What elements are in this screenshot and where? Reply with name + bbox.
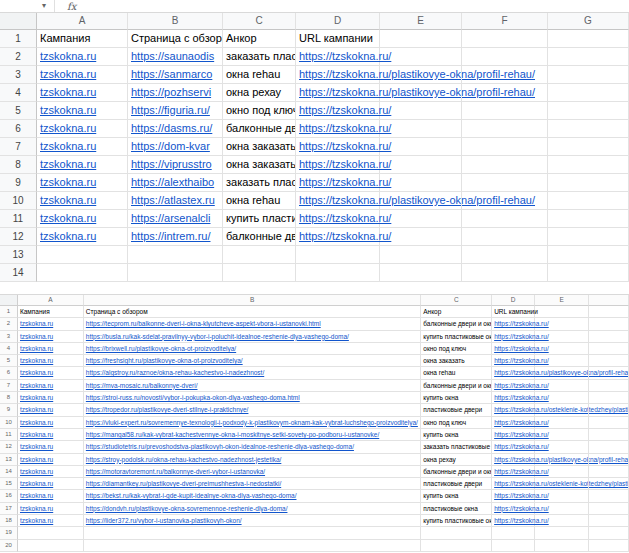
cell-link[interactable]: tzskokna.ru xyxy=(20,480,53,487)
cell-e7[interactable] xyxy=(380,138,462,156)
cell-d1[interactable]: URL кампании xyxy=(296,30,380,48)
cell-d14[interactable]: https://tzskokna.ru/ xyxy=(492,466,535,478)
cell-e8[interactable] xyxy=(535,392,589,404)
cell-c13[interactable] xyxy=(223,246,296,264)
cell-e3[interactable] xyxy=(380,66,462,84)
cell-link[interactable]: https://tecprom.ru/balkonne-dveri-i-okna… xyxy=(86,320,321,327)
cell-c1[interactable]: Анкор xyxy=(421,306,492,318)
cell-e20[interactable] xyxy=(535,540,589,552)
row-header[interactable]: 7 xyxy=(0,380,18,392)
cell-link[interactable]: tzskokna.ru xyxy=(40,176,96,188)
column-header-e[interactable]: E xyxy=(380,13,462,30)
cell-b13[interactable]: https://stroy-podolsk.ru/okna-rehau-kach… xyxy=(84,454,421,466)
cell-link[interactable]: https://tzskokna.ru/ xyxy=(299,140,391,152)
row-header[interactable]: 18 xyxy=(0,515,18,527)
cell-link[interactable]: https://tropedor.ru/plastikovye-dveri-st… xyxy=(86,406,249,413)
cell-d1[interactable]: URL кампании xyxy=(492,306,535,318)
row-header[interactable]: 19 xyxy=(0,527,18,539)
cell-link[interactable]: tzskokna.ru xyxy=(40,230,96,242)
cell-e14[interactable] xyxy=(535,466,589,478)
cell-edge11[interactable] xyxy=(589,429,629,441)
cell-e8[interactable] xyxy=(380,156,462,174)
cell-a12[interactable]: tzskokna.ru xyxy=(18,441,84,453)
cell-c2[interactable]: заказать пластиковые окна xyxy=(223,48,296,66)
column-header-a[interactable]: A xyxy=(18,295,84,306)
cell-link[interactable]: https://dasms.ru/ xyxy=(131,122,212,134)
cell-link[interactable]: tzskokna.ru xyxy=(40,140,96,152)
cell-f12[interactable] xyxy=(462,228,548,246)
cell-e1[interactable] xyxy=(380,30,462,48)
cell-f10[interactable] xyxy=(462,192,548,210)
cell-g5[interactable] xyxy=(548,102,629,120)
cell-e10[interactable] xyxy=(535,417,589,429)
cell-a7[interactable]: tzskokna.ru xyxy=(18,380,84,392)
cell-e5[interactable] xyxy=(535,355,589,367)
cell-f7[interactable] xyxy=(462,138,548,156)
cell-c19[interactable] xyxy=(421,527,492,539)
cell-d6[interactable]: https://tzskokna.ru/plastikovye-okna/pro… xyxy=(492,367,535,379)
cell-link[interactable]: https://intrem.ru/ xyxy=(131,230,210,242)
column-header-d[interactable]: D xyxy=(492,295,535,306)
cell-c14[interactable]: балконные двери и окна xyxy=(421,466,492,478)
cell-e2[interactable] xyxy=(380,48,462,66)
cell-c3[interactable]: купить пластиковые окна xyxy=(421,331,492,343)
cell-f2[interactable] xyxy=(462,48,548,66)
column-header-edge[interactable] xyxy=(589,295,629,306)
cell-edge10[interactable] xyxy=(589,417,629,429)
cell-d18[interactable]: https://tzskokna.ru/ xyxy=(492,515,535,527)
cell-d16[interactable]: https://tzskokna.ru/ xyxy=(492,490,535,502)
cell-a9[interactable]: tzskokna.ru xyxy=(18,404,84,416)
cell-link[interactable]: https://algstroy.ru/raznoe/okna-rehau-ka… xyxy=(86,369,264,376)
cell-b3[interactable]: https://sanmarco xyxy=(128,66,223,84)
cell-edge19[interactable] xyxy=(589,527,629,539)
cell-d13[interactable] xyxy=(296,246,380,264)
cell-b10[interactable]: https://atlastex.ru xyxy=(128,192,223,210)
cell-c12[interactable]: балконные двери и окна xyxy=(223,228,296,246)
cell-a4[interactable]: tzskokna.ru xyxy=(37,84,128,102)
cell-d5[interactable]: https://tzskokna.ru/ xyxy=(296,102,380,120)
row-header[interactable]: 10 xyxy=(0,192,37,210)
cell-link[interactable]: https://saunaodis xyxy=(131,50,214,62)
cell-edge15[interactable] xyxy=(589,478,629,490)
cell-d17[interactable]: https://tzskokna.ru/ xyxy=(492,503,535,515)
cell-d4[interactable]: https://tzskokna.ru/ xyxy=(492,343,535,355)
cell-link[interactable]: https://alexthaibo xyxy=(131,176,214,188)
row-header[interactable]: 3 xyxy=(0,331,18,343)
cell-edge7[interactable] xyxy=(589,380,629,392)
row-header[interactable]: 14 xyxy=(0,466,18,478)
cell-d8[interactable]: https://tzskokna.ru/ xyxy=(492,392,535,404)
cell-e15[interactable] xyxy=(535,478,589,490)
cell-e4[interactable] xyxy=(380,84,462,102)
cell-d3[interactable]: https://tzskokna.ru/plastikovye-okna/pro… xyxy=(296,66,380,84)
cell-a20[interactable] xyxy=(18,540,84,552)
cell-link[interactable]: tzskokna.ru xyxy=(40,50,96,62)
row-header[interactable]: 12 xyxy=(0,441,18,453)
cell-g6[interactable] xyxy=(548,120,629,138)
cell-g2[interactable] xyxy=(548,48,629,66)
cell-a7[interactable]: tzskokna.ru xyxy=(37,138,128,156)
cell-c5[interactable]: окно под ключ xyxy=(223,102,296,120)
cell-c9[interactable]: заказать пластиковые окна xyxy=(223,174,296,192)
row-header[interactable]: 6 xyxy=(0,367,18,379)
cell-b11[interactable]: https://mangal58.ru/kak-vybrat-kachestve… xyxy=(84,429,421,441)
cell-f11[interactable] xyxy=(462,210,548,228)
cell-b15[interactable]: https://diamantkey.ru/plastikovye-dveri-… xyxy=(84,478,421,490)
row-header[interactable]: 11 xyxy=(0,429,18,441)
cell-a11[interactable]: tzskokna.ru xyxy=(18,429,84,441)
column-header-c[interactable]: C xyxy=(421,295,492,306)
cell-e11[interactable] xyxy=(380,210,462,228)
cell-c13[interactable]: окна рехау xyxy=(421,454,492,466)
cell-a5[interactable]: tzskokna.ru xyxy=(18,355,84,367)
cell-b20[interactable] xyxy=(84,540,421,552)
cell-c8[interactable]: окна заказать xyxy=(223,156,296,174)
cell-b13[interactable] xyxy=(128,246,223,264)
cell-a14[interactable]: tzskokna.ru xyxy=(18,466,84,478)
cell-b17[interactable]: https://dondvh.ru/plastikovye-okna-sovre… xyxy=(84,503,421,515)
cell-e5[interactable] xyxy=(380,102,462,120)
row-header[interactable]: 16 xyxy=(0,490,18,502)
cell-c12[interactable]: заказать пластиковые окна xyxy=(421,441,492,453)
cell-a3[interactable]: tzskokna.ru xyxy=(18,331,84,343)
cell-a10[interactable]: tzskokna.ru xyxy=(37,192,128,210)
cell-c11[interactable]: купить окна xyxy=(421,429,492,441)
cell-link[interactable]: https://tzskokna.ru/ xyxy=(299,122,391,134)
